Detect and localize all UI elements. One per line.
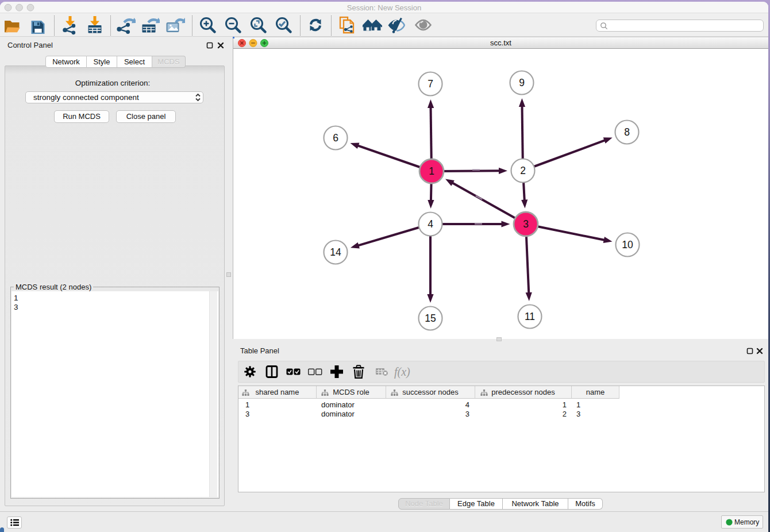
svg-text:8: 8 xyxy=(624,126,630,138)
svg-text:9: 9 xyxy=(519,77,525,88)
svg-text:10: 10 xyxy=(622,239,633,250)
svg-text:15: 15 xyxy=(425,313,436,324)
svg-text:1: 1 xyxy=(429,165,434,177)
svg-text:14: 14 xyxy=(330,246,341,258)
svg-text:4: 4 xyxy=(428,218,433,230)
svg-text:3: 3 xyxy=(523,218,529,230)
svg-text:2: 2 xyxy=(520,165,526,176)
svg-text:6: 6 xyxy=(333,132,338,144)
svg-text:11: 11 xyxy=(525,311,535,322)
svg-text:7: 7 xyxy=(428,78,433,90)
